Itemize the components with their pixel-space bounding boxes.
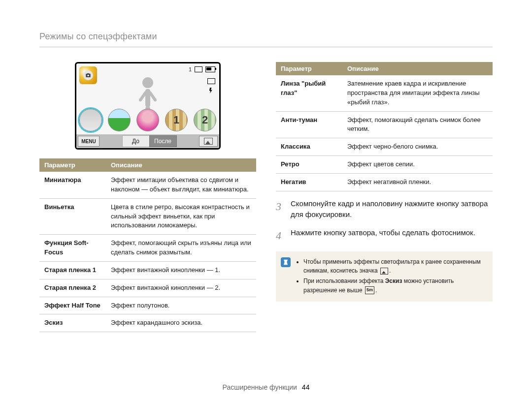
table-row: Эффект Half ToneЭффект полутонов.: [39, 297, 256, 314]
before-button[interactable]: До: [122, 135, 149, 147]
step-text: Нажмите кнопку затвора, чтобы сделать фо…: [291, 227, 475, 244]
table-row: Старая пленка 1Эффект винтажной киноплен…: [39, 261, 256, 279]
step-4: 4 Нажмите кнопку затвора, чтобы сделать …: [276, 227, 493, 244]
camera-screen-preview: 1: [75, 62, 221, 150]
battery-icon: [205, 66, 215, 72]
filter-thumb-landscape[interactable]: [108, 109, 131, 131]
size-icon: [207, 78, 215, 84]
memory-icon: [195, 66, 202, 72]
svg-point-0: [87, 75, 89, 77]
col-param: Параметр: [276, 62, 342, 75]
params-table-right: Параметр Описание Линза "рыбий глаз"Зате…: [276, 62, 493, 191]
note-item: При использовании эффекта Эскиз можно ус…: [303, 277, 486, 295]
step-number: 3: [276, 198, 284, 220]
step-3: 3 Скомпонуйте кадр и наполовину нажмите …: [276, 198, 493, 220]
camera-icon: [83, 70, 93, 80]
table-row: Старая пленка 2Эффект винтажной киноплен…: [39, 279, 256, 297]
gallery-inline-icon: [380, 268, 388, 275]
table-row: РетроЭффект цветов сепии.: [276, 156, 493, 174]
before-after-segment: До После: [101, 134, 198, 148]
page-footer: Расширенные функции 44: [0, 383, 532, 391]
step-number: 4: [276, 227, 284, 244]
note-item: Чтобы применить эффекты светофильтра к р…: [303, 257, 486, 276]
step-text: Скомпонуйте кадр и наполовину нажмите кн…: [291, 198, 493, 220]
table-row: ВиньеткаЦвета в стиле ретро, высокая кон…: [39, 198, 256, 235]
params-table-left: Параметр Описание МиниатюраЭффект имитац…: [39, 158, 256, 332]
footer-section: Расширенные функции: [223, 383, 297, 391]
table-row: Функция Soft-FocusЭффект, помогающий скр…: [39, 235, 256, 262]
gallery-button[interactable]: [199, 136, 218, 147]
bottom-bar: MENU До После: [76, 134, 219, 148]
status-bar: 1: [189, 66, 215, 72]
flash-auto-icon: [208, 87, 215, 95]
gallery-icon: [204, 138, 213, 145]
settings-column: [207, 78, 215, 95]
col-desc: Описание: [106, 158, 256, 172]
table-row: Линза "рыбий глаз"Затемнение краев кадра…: [276, 75, 493, 111]
note-box: Чтобы применить эффекты светофильтра к р…: [276, 251, 493, 302]
resolution-5m-icon: 5m: [365, 286, 374, 294]
mode-badge: [79, 66, 97, 84]
table-row: МиниатюраЭффект имитации объектива со сд…: [39, 172, 256, 198]
filter-thumb-oldfilm1[interactable]: 1: [165, 109, 188, 131]
page-number: 44: [302, 383, 310, 391]
table-row: НегативЭффект негативной пленки.: [276, 173, 493, 191]
after-button[interactable]: После: [149, 135, 177, 147]
filter-thumb-oldfilm2[interactable]: 2: [194, 109, 216, 131]
table-row: Анти-туманЭффект, помогающий сделать сни…: [276, 111, 493, 138]
col-param: Параметр: [39, 158, 106, 172]
table-row: ЭскизЭффект карандашного эскиза.: [39, 314, 256, 332]
table-row: КлассикаЭффект черно-белого снимка.: [276, 138, 493, 156]
menu-button[interactable]: MENU: [78, 136, 100, 147]
filter-thumb-selected[interactable]: [79, 109, 102, 131]
col-desc: Описание: [342, 62, 493, 75]
filter-thumb-portrait[interactable]: [136, 109, 159, 131]
info-icon: [281, 257, 291, 267]
page-title: Режимы со спецэффектами: [39, 31, 493, 47]
shot-count: 1: [189, 66, 192, 72]
filter-thumbnail-strip: 1 2: [79, 109, 216, 131]
